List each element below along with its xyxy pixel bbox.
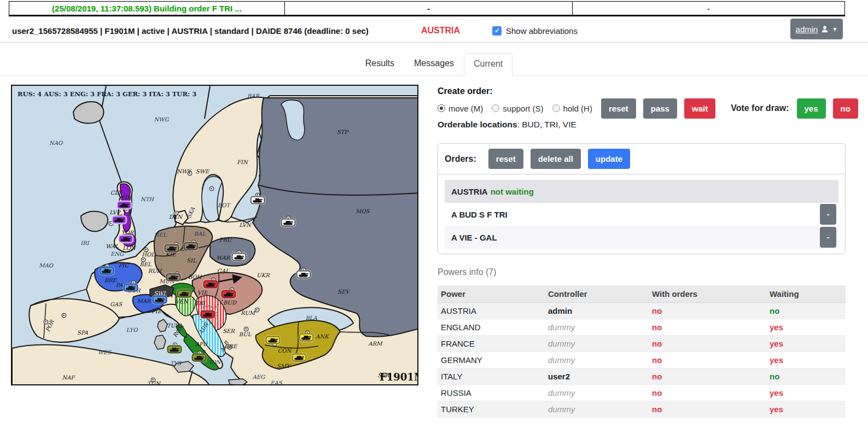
map-label-con: CON (278, 348, 292, 354)
pass-button[interactable]: pass (643, 98, 677, 119)
map-label-nwg: NWG (154, 116, 168, 122)
status-mid: - (285, 2, 573, 15)
unit-icon-tur[interactable] (292, 354, 307, 362)
admin-menu-button[interactable]: admin ▼ (790, 19, 843, 39)
tab-results[interactable]: Results (356, 52, 404, 75)
unit-icon-tur[interactable] (299, 333, 314, 342)
map-label-iri: IRI (80, 240, 89, 246)
unit-icon-ger[interactable] (184, 242, 199, 250)
map-label-wes: WES (98, 349, 111, 355)
map-label-nao: NAO (49, 140, 62, 146)
map-label-gas: GAS (110, 301, 122, 307)
map-label-lvp: LVP (109, 209, 120, 215)
map-label-bre: BRE (104, 277, 116, 283)
unit-icon-ger[interactable] (166, 273, 181, 282)
supply-center-dot (228, 345, 232, 350)
unit-icon-tur[interactable] (266, 336, 281, 344)
unit-icon-fra[interactable] (153, 296, 167, 304)
radio-hold[interactable] (552, 104, 560, 112)
unit-icon-eng[interactable] (119, 235, 133, 243)
user-icon (821, 25, 829, 33)
unit-icon-aus[interactable] (203, 280, 218, 289)
orders-power-status: AUSTRIA not waiting (445, 180, 838, 203)
map-label-wal: WAL (106, 243, 119, 249)
radio-support[interactable] (492, 104, 499, 112)
orders-update-button[interactable]: update (588, 149, 630, 169)
map-label-lyo: LYO (126, 327, 138, 333)
radio-move-label[interactable]: move (M) (448, 104, 483, 113)
order-controls-row: move (M) support (S) hold (H) reset pass… (438, 98, 846, 119)
map-label-apu: APU (195, 341, 207, 347)
cell-controller: dummy (545, 401, 649, 418)
cell-power: TURKEY (438, 401, 545, 418)
supply-center-dot (62, 313, 67, 318)
remove-order-button[interactable]: - (820, 204, 836, 225)
unit-icon-rus[interactable] (251, 196, 265, 204)
unit-icon-eng[interactable] (117, 201, 132, 209)
map-label-pie: PIE (152, 308, 161, 314)
map-label-ion: ION (209, 359, 221, 365)
orders-reset-button[interactable]: reset (488, 149, 523, 169)
cell-with-orders: no (649, 352, 766, 368)
unit-icon-rus[interactable] (281, 219, 296, 227)
cell-controller: dummy (545, 336, 649, 352)
map-center-counts: RUS: 4 AUS: 3 ENG: 3 FRA: 3 GER: 3 ITA: … (18, 90, 196, 98)
unit-icon-ita[interactable] (167, 346, 182, 354)
unit-icon-rus[interactable] (232, 253, 247, 261)
supply-center-dot (174, 211, 179, 216)
col-controller: Controller (545, 285, 649, 303)
powers-table: Power Controller With orders Waiting AUS… (438, 285, 846, 418)
status-log: (25/08/2019, 11:37:08.593) Building orde… (9, 2, 285, 15)
map-label-vie: VIE (197, 290, 207, 296)
cell-with-orders: no (649, 303, 766, 319)
cell-controller: dummy (545, 319, 649, 336)
map-label-eng: ENG (110, 251, 124, 257)
show-abbreviations-checkbox[interactable] (492, 26, 502, 36)
unit-icon-fra[interactable] (124, 284, 138, 292)
supply-center-dot (151, 378, 156, 383)
unit-icon-ita[interactable] (177, 290, 192, 298)
map-label-bal: BAL (194, 231, 205, 237)
vote-for-draw-label: Vote for draw: (731, 103, 789, 113)
map-label-bul: BUL (239, 331, 251, 337)
col-power: Power (438, 285, 545, 303)
orders-delete-all-button[interactable]: delete all (531, 149, 581, 169)
tab-messages[interactable]: Messages (404, 52, 464, 75)
vote-no-button[interactable]: no (833, 98, 858, 119)
unit-icon-ita[interactable] (192, 354, 207, 362)
radio-move[interactable] (438, 104, 445, 112)
unit-icon-aus[interactable] (201, 311, 215, 319)
remove-order-button[interactable]: - (820, 227, 836, 248)
unit-icon-fra[interactable] (100, 267, 114, 275)
map-label-ank: ANK (316, 333, 328, 340)
unit-icon-rus[interactable] (296, 271, 311, 279)
map-label-stp: STP (337, 129, 348, 135)
diplomacy-map[interactable]: RUS: 4 AUS: 3 ENG: 3 FRA: 3 GER: 3 ITA: … (11, 85, 418, 385)
game-info: user2_1565728584955 | F1901M | active | … (12, 26, 369, 36)
orders-power-name: AUSTRIA (451, 187, 488, 196)
powers-info-title: Powers info (7) (438, 267, 497, 277)
map-label-gal: GAL (217, 268, 229, 274)
reset-order-button[interactable]: reset (601, 98, 636, 119)
map-label-war: WAR (217, 255, 230, 261)
radio-support-label[interactable]: support (S) (503, 104, 543, 113)
table-row: RUSSIA dummy no yes (438, 385, 846, 401)
orders-header: Orders: reset delete all update (438, 144, 845, 174)
radio-hold-label[interactable]: hold (H) (563, 104, 592, 113)
tab-current[interactable]: Current (464, 53, 512, 76)
map-label-tri: TRI (195, 300, 205, 306)
vote-yes-button[interactable]: yes (797, 98, 826, 119)
cell-waiting: yes (766, 385, 846, 401)
cell-controller: dummy (545, 385, 649, 401)
unit-icon-ger[interactable] (165, 244, 179, 253)
unit-icon-eng[interactable] (112, 216, 127, 224)
orders-list: AUSTRIA not waiting A BUD S F TRI - A VI… (438, 174, 845, 254)
wait-button[interactable]: wait (684, 98, 715, 119)
cell-power: ITALY (438, 368, 545, 385)
orders-title: Orders: (445, 154, 476, 164)
unit-icon-aus[interactable] (222, 290, 236, 298)
map-label-ruh: RUH (148, 268, 162, 274)
orderable-locations: Orderable locations: BUD, TRI, VIE (438, 120, 576, 130)
cell-controller: admin (545, 303, 649, 319)
supply-center-dot (144, 248, 149, 253)
